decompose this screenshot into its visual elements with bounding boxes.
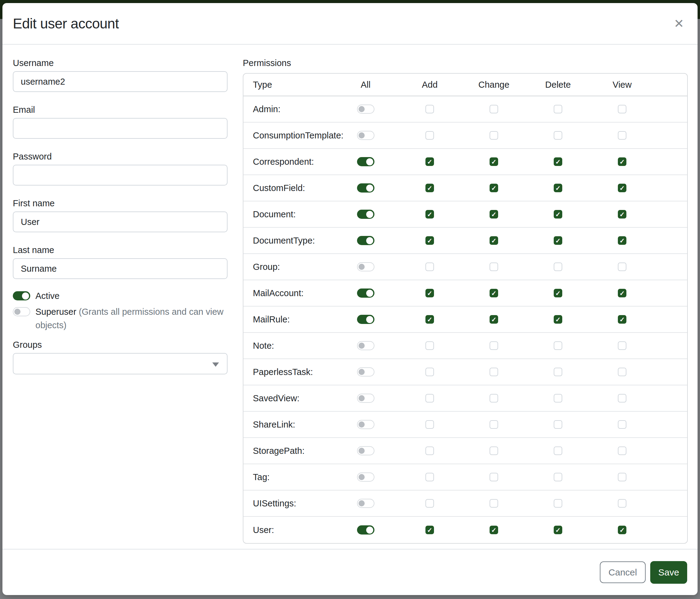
change-checkbox[interactable]: ✓ xyxy=(490,210,498,218)
add-checkbox[interactable]: ✓ xyxy=(425,184,434,192)
add-checkbox[interactable]: ✓ xyxy=(425,473,434,481)
add-checkbox[interactable]: ✓ xyxy=(425,341,434,350)
groups-select[interactable] xyxy=(13,353,227,375)
delete-checkbox[interactable]: ✓ xyxy=(554,105,562,113)
add-checkbox[interactable]: ✓ xyxy=(425,526,434,534)
all-toggle[interactable] xyxy=(357,499,374,508)
add-checkbox[interactable]: ✓ xyxy=(425,499,434,508)
change-checkbox[interactable]: ✓ xyxy=(490,184,498,192)
add-checkbox[interactable]: ✓ xyxy=(425,447,434,455)
view-checkbox[interactable]: ✓ xyxy=(618,473,626,481)
all-toggle[interactable] xyxy=(357,341,374,350)
delete-checkbox[interactable]: ✓ xyxy=(554,394,562,403)
add-checkbox[interactable]: ✓ xyxy=(425,315,434,324)
cancel-button[interactable]: Cancel xyxy=(600,561,646,583)
delete-checkbox[interactable]: ✓ xyxy=(554,263,562,271)
view-checkbox[interactable]: ✓ xyxy=(618,394,626,403)
change-checkbox[interactable]: ✓ xyxy=(490,420,498,429)
change-checkbox[interactable]: ✓ xyxy=(490,289,498,297)
all-toggle[interactable] xyxy=(357,525,374,534)
change-checkbox[interactable]: ✓ xyxy=(490,236,498,245)
view-checkbox[interactable]: ✓ xyxy=(618,289,626,297)
all-toggle[interactable] xyxy=(357,420,374,429)
change-checkbox[interactable]: ✓ xyxy=(490,341,498,350)
email-input[interactable] xyxy=(13,118,227,139)
delete-checkbox[interactable]: ✓ xyxy=(554,420,562,429)
change-checkbox[interactable]: ✓ xyxy=(490,105,498,113)
view-checkbox[interactable]: ✓ xyxy=(618,526,626,534)
delete-checkbox[interactable]: ✓ xyxy=(554,315,562,324)
permission-type-label: ShareLink: xyxy=(243,420,333,430)
password-input[interactable] xyxy=(13,165,227,186)
delete-checkbox[interactable]: ✓ xyxy=(554,368,562,376)
change-checkbox[interactable]: ✓ xyxy=(490,158,498,166)
change-checkbox[interactable]: ✓ xyxy=(490,526,498,534)
view-checkbox[interactable]: ✓ xyxy=(618,184,626,192)
all-toggle[interactable] xyxy=(357,183,374,193)
all-toggle[interactable] xyxy=(357,236,374,245)
add-checkbox[interactable]: ✓ xyxy=(425,289,434,297)
delete-checkbox[interactable]: ✓ xyxy=(554,210,562,218)
add-checkbox[interactable]: ✓ xyxy=(425,158,434,166)
change-checkbox[interactable]: ✓ xyxy=(490,131,498,140)
change-checkbox[interactable]: ✓ xyxy=(490,368,498,376)
delete-checkbox[interactable]: ✓ xyxy=(554,184,562,192)
superuser-toggle[interactable] xyxy=(13,307,30,316)
delete-checkbox[interactable]: ✓ xyxy=(554,473,562,481)
view-checkbox[interactable]: ✓ xyxy=(618,210,626,218)
delete-checkbox[interactable]: ✓ xyxy=(554,499,562,508)
all-toggle[interactable] xyxy=(357,288,374,298)
change-checkbox[interactable]: ✓ xyxy=(490,315,498,324)
view-checkbox[interactable]: ✓ xyxy=(618,236,626,245)
all-toggle[interactable] xyxy=(357,393,374,403)
view-checkbox[interactable]: ✓ xyxy=(618,263,626,271)
delete-checkbox[interactable]: ✓ xyxy=(554,158,562,166)
view-checkbox[interactable]: ✓ xyxy=(618,447,626,455)
view-checkbox[interactable]: ✓ xyxy=(618,105,626,113)
change-checkbox[interactable]: ✓ xyxy=(490,263,498,271)
change-checkbox[interactable]: ✓ xyxy=(490,499,498,508)
add-checkbox[interactable]: ✓ xyxy=(425,236,434,245)
active-toggle[interactable] xyxy=(13,291,30,301)
view-checkbox[interactable]: ✓ xyxy=(618,158,626,166)
delete-checkbox[interactable]: ✓ xyxy=(554,131,562,140)
delete-checkbox[interactable]: ✓ xyxy=(554,341,562,350)
all-toggle[interactable] xyxy=(357,131,374,140)
save-button[interactable]: Save xyxy=(650,561,687,584)
view-checkbox[interactable]: ✓ xyxy=(618,341,626,350)
delete-checkbox[interactable]: ✓ xyxy=(554,526,562,534)
view-checkbox[interactable]: ✓ xyxy=(618,499,626,508)
all-toggle[interactable] xyxy=(357,262,374,271)
all-toggle[interactable] xyxy=(357,315,374,324)
view-checkbox[interactable]: ✓ xyxy=(618,420,626,429)
view-checkbox[interactable]: ✓ xyxy=(618,131,626,140)
change-checkbox[interactable]: ✓ xyxy=(490,394,498,403)
username-input[interactable] xyxy=(13,71,227,92)
all-toggle[interactable] xyxy=(357,157,374,166)
all-toggle[interactable] xyxy=(357,104,374,114)
delete-checkbox[interactable]: ✓ xyxy=(554,289,562,297)
add-checkbox[interactable]: ✓ xyxy=(425,394,434,403)
all-toggle[interactable] xyxy=(357,473,374,482)
all-toggle[interactable] xyxy=(357,367,374,377)
delete-checkbox[interactable]: ✓ xyxy=(554,447,562,455)
add-checkbox[interactable]: ✓ xyxy=(425,105,434,113)
add-checkbox[interactable]: ✓ xyxy=(425,210,434,218)
change-checkbox[interactable]: ✓ xyxy=(490,447,498,455)
close-button[interactable]: ✕ xyxy=(670,14,689,33)
all-toggle[interactable] xyxy=(357,446,374,455)
add-checkbox[interactable]: ✓ xyxy=(425,368,434,376)
permission-type-label: User: xyxy=(243,525,333,535)
first-name-input[interactable] xyxy=(13,212,227,232)
delete-checkbox[interactable]: ✓ xyxy=(554,236,562,245)
last-name-input[interactable] xyxy=(13,258,227,279)
add-checkbox[interactable]: ✓ xyxy=(425,263,434,271)
add-checkbox[interactable]: ✓ xyxy=(425,131,434,140)
change-checkbox[interactable]: ✓ xyxy=(490,473,498,481)
check-icon: ✓ xyxy=(619,211,625,218)
add-checkbox[interactable]: ✓ xyxy=(425,420,434,429)
all-toggle[interactable] xyxy=(357,210,374,219)
view-checkbox[interactable]: ✓ xyxy=(618,315,626,324)
permission-type-label: StoragePath: xyxy=(243,446,333,456)
view-checkbox[interactable]: ✓ xyxy=(618,368,626,376)
